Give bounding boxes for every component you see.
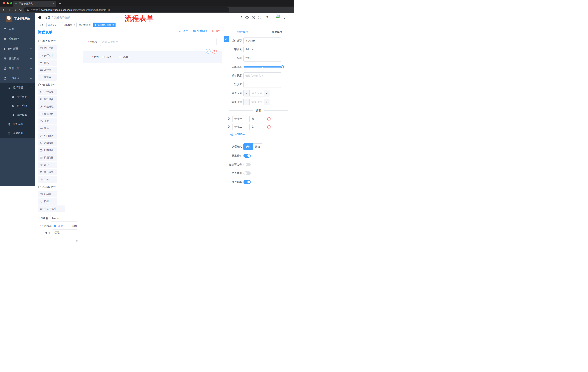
home-icon[interactable]	[18, 7, 23, 12]
component-type-select[interactable]: 多选框组	[243, 37, 281, 44]
duplicate-component-button[interactable]	[206, 49, 210, 53]
maximize-window-button[interactable]	[10, 2, 12, 4]
tag-process-form-edit[interactable]: 流程表单-编辑	[93, 22, 116, 27]
component-select[interactable]: 下拉选择	[38, 89, 57, 95]
component-time-picker[interactable]: 时间选择	[38, 132, 57, 139]
min-select-placeholder[interactable]: 至少应选	[250, 90, 264, 96]
form-grid-slider[interactable]	[243, 64, 282, 70]
tag-process-definition[interactable]: 流程定义	[46, 22, 61, 27]
stepper-minus-button[interactable]: −	[244, 90, 250, 96]
help-icon[interactable]	[252, 16, 255, 19]
field-name-input[interactable]	[243, 46, 281, 53]
close-tab-icon[interactable]	[53, 3, 55, 5]
clear-button[interactable]: 清空	[212, 29, 220, 32]
avatar[interactable]	[275, 14, 282, 21]
component-time-range[interactable]: 时间范围	[38, 140, 57, 146]
forward-icon[interactable]	[7, 7, 12, 12]
component-radio-group[interactable]: 单选框组	[38, 103, 57, 110]
tag-process-model[interactable]: 流程模型	[62, 22, 77, 27]
save-button[interactable]: 保存	[179, 29, 188, 32]
component-password[interactable]: 密码	[38, 60, 57, 66]
minimize-window-button[interactable]	[7, 2, 9, 4]
close-window-button[interactable]	[3, 2, 5, 4]
sidebar-item-home[interactable]: 首页	[0, 24, 35, 34]
required-toggle[interactable]	[243, 180, 251, 184]
close-icon[interactable]	[112, 24, 114, 26]
component-checkbox-group[interactable]: 多选框组	[38, 111, 57, 117]
github-icon[interactable]	[245, 16, 249, 19]
sidebar-item-workflow[interactable]: 工作流程	[0, 73, 35, 83]
label-width-input[interactable]	[243, 73, 281, 79]
breadcrumb-home[interactable]: 首页	[45, 16, 50, 19]
checkbox-icon[interactable]	[119, 56, 121, 58]
back-icon[interactable]	[1, 7, 7, 12]
close-icon[interactable]	[58, 24, 59, 26]
url-bar[interactable]: 不安全 dashboard.yudao.iocoder.cn /bpm/mana…	[24, 7, 229, 12]
option-value-input[interactable]	[249, 116, 265, 122]
title-input[interactable]	[243, 55, 281, 62]
checkbox-icon[interactable]	[102, 56, 105, 58]
app-logo[interactable]: 芋道管理系统	[0, 13, 35, 24]
tag-home[interactable]: 首页	[38, 22, 45, 27]
option-label-input[interactable]	[232, 124, 248, 130]
tag-process-form[interactable]: 流程表单	[78, 22, 92, 27]
option-label-input[interactable]	[232, 116, 248, 122]
stepper-plus-button[interactable]: +	[264, 99, 270, 105]
sidebar-item-task-management[interactable]: 任务管理	[0, 120, 35, 129]
add-option-button[interactable]: 添加选项	[230, 133, 291, 136]
disabled-toggle[interactable]	[243, 171, 251, 175]
sidebar-item-payment[interactable]: 支付管理	[0, 44, 35, 54]
drag-handle-icon[interactable]	[228, 117, 231, 120]
sidebar-item-infrastructure[interactable]: 基础设施	[0, 54, 35, 64]
avatar-caret-icon[interactable]	[284, 18, 286, 19]
fullscreen-icon[interactable]	[258, 16, 262, 19]
drag-handle-icon[interactable]	[228, 125, 231, 128]
reload-icon[interactable]	[12, 7, 18, 12]
component-date-picker[interactable]: 日期选择	[38, 147, 57, 154]
component-counter[interactable]: 计数器	[38, 67, 57, 73]
close-icon[interactable]	[74, 24, 75, 26]
remove-option-button[interactable]	[267, 117, 271, 121]
component-multiline-text[interactable]: 多行文本	[38, 52, 57, 59]
sidebar-collapse-icon[interactable]	[38, 16, 41, 19]
component-slider[interactable]: 滑块	[38, 125, 57, 132]
search-icon[interactable]	[239, 16, 243, 19]
security-warning-icon[interactable]	[27, 9, 29, 11]
field-binding-tag[interactable]	[224, 36, 229, 42]
option-value-input[interactable]	[249, 124, 265, 130]
canvas-field-gender-selected[interactable]: 性别 选项一 选项二	[83, 51, 222, 63]
gender-option-1[interactable]: 选项一	[102, 55, 114, 59]
component-cascader[interactable]: 级联选择	[38, 96, 57, 103]
tab-component-props[interactable]: 组件属性	[226, 28, 260, 36]
component-color-picker[interactable]: 颜色选择	[38, 169, 57, 175]
view-json-button[interactable]: 查看json	[193, 29, 207, 32]
tab-form-props[interactable]: 表单属性	[260, 28, 294, 36]
slider-handle[interactable]	[281, 65, 284, 68]
style-default-button[interactable]: 默认	[243, 143, 253, 150]
new-tab-button[interactable]	[58, 1, 62, 5]
sidebar-item-process-management[interactable]: 流程管理	[0, 83, 35, 92]
component-date-range[interactable]: 日期范围	[38, 154, 57, 161]
component-upload[interactable]: 上传	[38, 176, 57, 183]
sidebar-item-leave-query[interactable]: 请假查询	[0, 129, 35, 138]
component-single-line-text[interactable]: 单行文本	[38, 45, 57, 52]
remove-option-button[interactable]	[267, 125, 271, 129]
canvas-field-phone[interactable]: 手机号	[81, 38, 226, 46]
stepper-minus-button[interactable]: −	[244, 99, 250, 105]
stepper-plus-button[interactable]: +	[264, 90, 270, 96]
default-value-input[interactable]	[243, 81, 281, 88]
border-toggle[interactable]	[243, 163, 251, 166]
sidebar-item-user-group[interactable]: 用户分组	[0, 101, 35, 110]
component-rate[interactable]: 评分	[38, 162, 57, 168]
max-select-placeholder[interactable]: 最多可选	[250, 99, 264, 105]
browser-tab[interactable]: 芋道管理系统	[13, 1, 56, 7]
sidebar-item-process-model[interactable]: 流程模型	[0, 110, 35, 120]
show-label-toggle[interactable]	[243, 154, 251, 158]
component-switch[interactable]: 开关	[38, 118, 57, 125]
sidebar-item-devtools[interactable]: 研发工具	[0, 64, 35, 73]
gender-option-2[interactable]: 选项二	[119, 55, 130, 59]
font-size-icon[interactable]	[266, 16, 268, 19]
component-editor[interactable]: 编辑器	[38, 74, 57, 81]
sidebar-item-system[interactable]: 系统管理	[0, 34, 35, 44]
phone-field-input[interactable]	[100, 38, 217, 46]
